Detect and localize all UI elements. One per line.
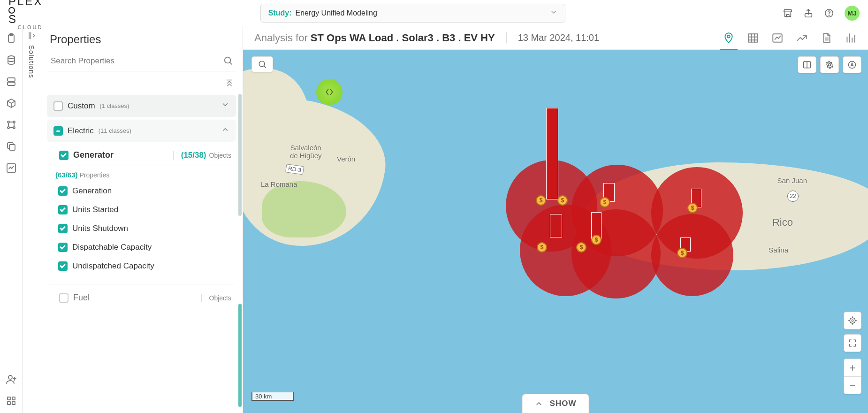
main-header: Analysis for ST Ops WA Load . Solar3 . B… (243, 26, 868, 50)
network-icon[interactable] (6, 119, 17, 130)
properties-title: Properties (41, 26, 243, 51)
chevron-up-icon (221, 125, 229, 136)
map-split-icon[interactable] (798, 56, 816, 73)
map-fullscreen-icon[interactable] (844, 334, 861, 352)
properties-tree: Custom (1 classes) Electric (11 classes)… (41, 90, 243, 413)
property-item[interactable]: Units Shutdown (45, 219, 238, 238)
checkbox-checked[interactable] (58, 243, 68, 252)
left-rail (0, 26, 23, 413)
cube-icon[interactable] (6, 98, 17, 109)
checkbox[interactable] (59, 293, 69, 303)
study-label: Study: (268, 9, 292, 17)
topbar: PLEXS CLOUD Study: Energy Unified Modeli… (0, 0, 868, 26)
group-label: Electric (68, 126, 94, 136)
checkbox-checked[interactable] (59, 151, 69, 160)
place-label: Rico (772, 216, 793, 229)
view-chart-icon[interactable] (771, 32, 784, 44)
svg-rect-6 (8, 78, 15, 81)
svg-rect-7 (8, 82, 15, 85)
property-label: Generation (72, 186, 112, 196)
property-label: Undispatched Capacity (72, 261, 154, 271)
show-tray-button[interactable]: SHOW (522, 394, 589, 413)
svg-rect-18 (12, 402, 15, 405)
svg-rect-12 (9, 145, 15, 150)
svg-point-20 (727, 35, 730, 38)
database-icon[interactable] (6, 54, 17, 66)
svg-point-25 (829, 64, 831, 66)
collapse-icon[interactable] (27, 31, 37, 40)
scrollbar[interactable] (238, 304, 242, 407)
class-label: Generator (73, 150, 114, 160)
share-icon[interactable] (803, 8, 814, 18)
zoom-out-button[interactable] (844, 376, 861, 394)
checkbox[interactable] (53, 101, 63, 111)
svg-rect-16 (12, 397, 15, 400)
checkbox-checked[interactable] (58, 261, 68, 271)
checkbox-checked[interactable] (58, 205, 68, 214)
map-layers-icon[interactable] (820, 56, 839, 73)
topbar-actions: MJ (783, 6, 860, 21)
view-bars-icon[interactable] (845, 32, 857, 44)
property-item[interactable]: Dispatchable Capacity (45, 238, 238, 257)
solutions-label[interactable]: Solutions (28, 45, 36, 78)
group-electric[interactable]: Electric (11 classes) (47, 120, 236, 142)
chart-icon[interactable] (6, 162, 17, 174)
checkbox-checked[interactable] (58, 224, 68, 233)
view-switcher (723, 32, 857, 44)
map-scale: 30 km (251, 392, 294, 401)
help-icon[interactable] (824, 8, 834, 18)
zoom-in-button[interactable] (844, 359, 861, 376)
svg-point-5 (8, 56, 15, 59)
svg-rect-21 (748, 34, 758, 42)
collapse-all-icon[interactable] (225, 79, 234, 88)
properties-panel: Properties Custom (1 classes) Electric (… (41, 26, 243, 413)
group-custom[interactable]: Custom (1 classes) (47, 95, 236, 117)
group-meta: (1 classes) (100, 102, 129, 109)
view-trend-icon[interactable] (796, 32, 808, 44)
view-map-icon[interactable] (723, 32, 735, 44)
highway-shield: 22 (787, 191, 799, 202)
class-label: Fuel (73, 293, 90, 303)
store-icon[interactable] (783, 8, 793, 18)
checkbox-indeterminate[interactable] (53, 126, 63, 136)
place-label: Verón (337, 155, 355, 163)
map-compass-icon[interactable] (843, 56, 861, 73)
study-value: Energy Unified Modeling (295, 9, 377, 17)
map-search-button[interactable] (251, 56, 273, 72)
apps-icon[interactable] (6, 395, 17, 406)
svg-point-14 (8, 375, 12, 379)
analysis-timestamp: 13 Mar 2024, 11:01 (506, 32, 599, 43)
property-label: Units Started (72, 205, 118, 214)
user-avatar[interactable]: MJ (845, 6, 860, 21)
map-canvas[interactable]: RD-3 Salvaleón de Higüey Verón La Romana… (243, 50, 868, 413)
view-document-icon[interactable] (820, 32, 832, 44)
class-generator[interactable]: Generator (15/38) Objects (49, 145, 234, 166)
class-fuel[interactable]: Fuel Objects (49, 284, 234, 308)
map-locate-icon[interactable] (844, 312, 861, 329)
analysis-title: Analysis for ST Ops WA Load . Solar3 . B… (254, 32, 495, 44)
checkbox-checked[interactable] (58, 186, 68, 196)
search-icon (223, 55, 233, 66)
study-selector[interactable]: Study: Energy Unified Modeling (260, 4, 565, 23)
scrollbar[interactable] (238, 94, 242, 216)
property-item[interactable]: Units Started (45, 200, 238, 219)
group-label: Custom (68, 101, 95, 111)
property-item[interactable]: Undispatched Capacity (45, 257, 238, 275)
place-label: San Juan (777, 176, 807, 184)
road-shield: RD-3 (285, 164, 304, 175)
place-label: Salvaleón de Higüey (290, 144, 322, 160)
place-label: La Romana (261, 180, 297, 188)
copy-icon[interactable] (6, 141, 17, 152)
view-table-icon[interactable] (747, 32, 759, 44)
add-user-icon[interactable] (6, 374, 17, 385)
place-label: Salina (769, 246, 788, 254)
app-logo: PLEXS CLOUD (8, 0, 43, 30)
server-icon[interactable] (6, 76, 17, 87)
properties-search-input[interactable] (48, 51, 236, 71)
property-label: Units Shutdown (72, 224, 128, 233)
clipboard-icon[interactable] (6, 33, 17, 44)
svg-point-2 (829, 15, 829, 15)
svg-point-26 (849, 61, 856, 69)
svg-point-28 (850, 318, 855, 323)
property-item[interactable]: Generation (45, 182, 238, 200)
